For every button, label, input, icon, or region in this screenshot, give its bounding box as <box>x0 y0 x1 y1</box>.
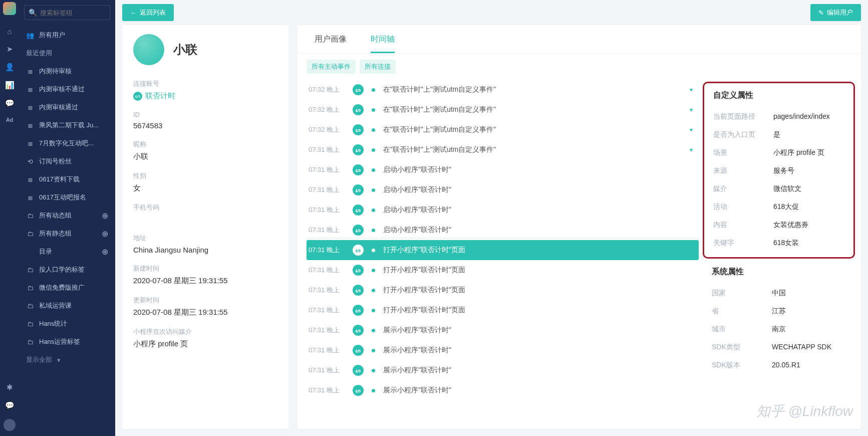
plus-icon[interactable]: ⊕ <box>102 247 108 257</box>
field-label: 更新时间 <box>133 296 277 305</box>
home-icon[interactable]: ⌂ <box>7 27 12 36</box>
attribute-row: 媒介微信软文 <box>713 180 844 198</box>
timeline-event[interactable]: 07:31 晚上ᔕ在"联否计时"上"测试utm自定义事件"▾ <box>307 140 699 160</box>
custom-attributes-box: 自定义属性 当前页面路径pages/index/index是否为入口页是场景小程… <box>703 82 855 259</box>
profile-field: 连接账号ᔕ联否计时 <box>133 79 277 101</box>
list-icon: ≣ <box>26 104 34 111</box>
chat-icon[interactable]: 💬 <box>5 99 15 108</box>
filter-chips: 所有主动事件 所有连接 <box>298 54 861 80</box>
sidebar-folder[interactable]: 🗀私域运营课 <box>19 297 115 315</box>
timeline-event[interactable]: 07:31 晚上ᔕ展示小程序"联否计时" <box>307 360 699 380</box>
event-time: 07:31 晚上 <box>309 185 345 194</box>
wechat-mp-icon: ᔕ <box>133 92 142 101</box>
sidebar-group[interactable]: 🗀所有动态组 <box>19 206 102 225</box>
tab-user-portrait[interactable]: 用户画像 <box>315 25 347 53</box>
attribute-row: SDK类型WECHATAPP SDK <box>712 338 846 356</box>
edit-user-button[interactable]: ✎ 编辑用户 <box>810 4 861 21</box>
search-box[interactable]: 🔍 <box>24 5 110 20</box>
chevron-down-icon[interactable]: ▾ <box>690 146 693 153</box>
chevron-down-icon[interactable]: ▾ <box>690 126 693 133</box>
event-time: 07:31 晚上 <box>309 366 345 375</box>
sidebar-recent-item[interactable]: ≣内测待审核 <box>19 62 115 80</box>
tab-timeline[interactable]: 时间轴 <box>371 25 395 53</box>
timeline-event[interactable]: 07:31 晚上ᔕ启动小程序"联否计时" <box>307 180 699 200</box>
ad-icon[interactable]: Ad <box>6 117 14 123</box>
send-icon[interactable]: ➤ <box>7 45 13 54</box>
sidebar-group[interactable]: 🗀所有静态组 <box>19 225 102 243</box>
list-icon: ≣ <box>26 122 34 129</box>
sidebar-folder[interactable]: 🗀Hans统计 <box>19 315 115 333</box>
sidebar-folder[interactable]: 🗀按人口学的标签 <box>19 261 115 279</box>
list-icon: ≣ <box>26 194 34 201</box>
attribute-row: 国家中国 <box>712 284 846 302</box>
back-button[interactable]: ← 返回列表 <box>122 4 174 21</box>
event-text: 打开小程序"联否计时"页面 <box>383 306 693 315</box>
recent-heading: 最近使用 <box>19 44 115 62</box>
settings-icon[interactable]: ✱ <box>7 383 13 392</box>
help-icon[interactable]: 💬 <box>5 401 15 410</box>
chevron-down-icon[interactable]: ▾ <box>690 106 693 113</box>
timeline-event[interactable]: 07:31 晚上ᔕ启动小程序"联否计时" <box>307 160 699 180</box>
show-all[interactable]: 显示全部 ▾ <box>19 351 115 369</box>
field-label: 昵称 <box>133 140 277 149</box>
sidebar-recent-item[interactable]: ⟲订阅号粉丝 <box>19 152 115 170</box>
timeline-event[interactable]: 07:31 晚上ᔕ展示小程序"联否计时" <box>307 320 699 340</box>
event-time: 07:31 晚上 <box>309 346 345 355</box>
attr-key: 国家 <box>712 289 772 298</box>
field-value: 5674583 <box>133 121 277 130</box>
sidebar-recent-item[interactable]: ≣7月数字化互动吧... <box>19 134 115 152</box>
timeline-event[interactable]: 07:31 晚上ᔕ打开小程序"联否计时"页面 <box>307 240 699 260</box>
plus-icon[interactable]: ⊕ <box>102 211 108 221</box>
sidebar-folder[interactable]: 🗀微信免费版推广 <box>19 279 115 297</box>
wechat-mp-icon: ᔕ <box>353 245 364 256</box>
timeline-event[interactable]: 07:31 晚上ᔕ打开小程序"联否计时"页面 <box>307 260 699 280</box>
wechat-mp-icon: ᔕ <box>353 225 364 236</box>
event-time: 07:31 晚上 <box>309 226 345 235</box>
bullet-icon <box>372 108 375 112</box>
user-icon[interactable]: 👤 <box>5 63 15 72</box>
field-label: 小程序首次访问媒介 <box>133 327 277 336</box>
profile-avatar <box>133 34 164 65</box>
sidebar-recent-item[interactable]: ≣内测审核不通过 <box>19 80 115 98</box>
timeline-event[interactable]: 07:32 晚上ᔕ在"联否计时"上"测试utm自定义事件"▾ <box>307 120 699 140</box>
timeline-event[interactable]: 07:31 晚上ᔕ展示小程序"联否计时" <box>307 380 699 400</box>
attr-key: 场景 <box>713 148 773 157</box>
wechat-mp-icon: ᔕ <box>353 104 364 115</box>
app-logo <box>3 2 16 15</box>
sidebar-group[interactable]: 目录 <box>19 243 102 261</box>
attribute-row: 省江苏 <box>712 302 846 320</box>
timeline-event[interactable]: 07:31 晚上ᔕ打开小程序"联否计时"页面 <box>307 300 699 320</box>
sidebar-all-users[interactable]: 👥 所有用户 <box>19 26 115 44</box>
field-label: 新建时间 <box>133 264 277 273</box>
sidebar-folder[interactable]: 🗀Hans运营标签 <box>19 333 115 351</box>
event-text: 启动小程序"联否计时" <box>383 185 693 194</box>
main-area: ← 返回列表 ✎ 编辑用户 小联 连接账号ᔕ联否计时ID5674583昵称小联性… <box>115 0 868 436</box>
timeline-event[interactable]: 07:31 晚上ᔕ启动小程序"联否计时" <box>307 220 699 240</box>
event-list[interactable]: 07:32 晚上ᔕ在"联否计时"上"测试utm自定义事件"▾07:32 晚上ᔕ在… <box>298 80 701 429</box>
attr-key: 活动 <box>713 202 773 211</box>
chart-icon[interactable]: 📊 <box>5 81 15 90</box>
field-value: China Jiangsu Nanjing <box>133 246 277 254</box>
wechat-mp-icon: ᔕ <box>353 184 364 195</box>
timeline-event[interactable]: 07:31 晚上ᔕ展示小程序"联否计时" <box>307 340 699 360</box>
bullet-icon <box>372 88 375 92</box>
sidebar-recent-item[interactable]: ≣乘风第二期下载 Ju... <box>19 116 115 134</box>
filter-all-active-events[interactable]: 所有主动事件 <box>307 60 356 74</box>
sidebar-recent-item[interactable]: ≣内测审核通过 <box>19 98 115 116</box>
bullet-icon <box>372 188 375 192</box>
current-user-avatar[interactable] <box>4 419 16 431</box>
timeline-event[interactable]: 07:32 晚上ᔕ在"联否计时"上"测试utm自定义事件"▾ <box>307 100 699 120</box>
sidebar-recent-item[interactable]: ≣0617资料下载 <box>19 170 115 188</box>
timeline-event[interactable]: 07:31 晚上ᔕ打开小程序"联否计时"页面 <box>307 280 699 300</box>
timeline-event[interactable]: 07:32 晚上ᔕ在"联否计时"上"测试utm自定义事件"▾ <box>307 80 699 100</box>
sidebar-recent-item[interactable]: ≣0617互动吧报名 <box>19 188 115 206</box>
filter-all-connections[interactable]: 所有连接 <box>360 60 396 74</box>
timeline-event[interactable]: 07:31 晚上ᔕ启动小程序"联否计时" <box>307 200 699 220</box>
search-input[interactable] <box>40 9 106 17</box>
plus-icon[interactable]: ⊕ <box>102 229 108 239</box>
chevron-down-icon[interactable]: ▾ <box>690 86 693 93</box>
item-label: 订阅号粉丝 <box>39 157 72 166</box>
profile-field: 小程序首次访问媒介小程序 profile 页 <box>133 327 277 349</box>
arrow-left-icon: ← <box>130 9 137 17</box>
profile-field: 地址China Jiangsu Nanjing <box>133 234 277 254</box>
